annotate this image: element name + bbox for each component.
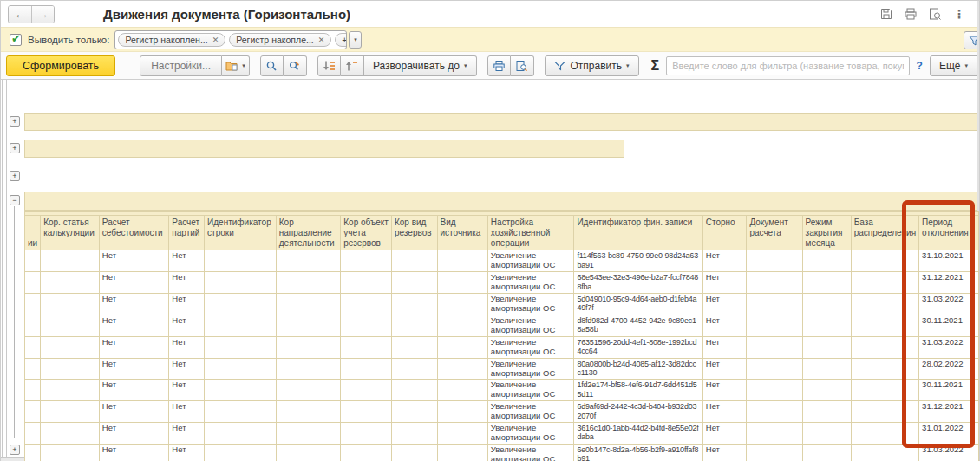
more-button[interactable]: Ещё ▾ bbox=[930, 55, 979, 76]
cell[interactable] bbox=[41, 336, 100, 358]
column-header[interactable]: Расчет себестоимости bbox=[99, 216, 168, 250]
cell[interactable] bbox=[851, 380, 918, 401]
column-header[interactable]: Кор объект учета резервов bbox=[341, 216, 392, 250]
cell[interactable] bbox=[341, 294, 392, 315]
cell[interactable] bbox=[205, 401, 277, 423]
cell[interactable] bbox=[391, 444, 437, 461]
chip-close-icon[interactable]: ✕ bbox=[212, 36, 219, 44]
cell[interactable] bbox=[391, 358, 437, 380]
register-chip-2[interactable]: Регистр накопле... ✕ bbox=[229, 33, 331, 47]
cell[interactable] bbox=[341, 444, 392, 461]
cell[interactable] bbox=[276, 294, 340, 315]
cell[interactable]: Нет bbox=[169, 272, 205, 294]
cell[interactable] bbox=[41, 401, 100, 423]
cell[interactable] bbox=[391, 294, 437, 315]
cell[interactable] bbox=[802, 358, 851, 380]
send-button[interactable]: Отправить ▾ bbox=[545, 55, 639, 76]
cell[interactable] bbox=[747, 272, 802, 294]
cell[interactable]: Увеличение амортизации ОС bbox=[487, 380, 574, 401]
cell[interactable] bbox=[437, 272, 487, 294]
cell[interactable] bbox=[341, 336, 392, 358]
column-header[interactable]: Идентификатор строки bbox=[205, 216, 277, 250]
save-button[interactable] bbox=[879, 6, 894, 22]
column-header[interactable]: Настройка хозяйственной операции bbox=[487, 216, 574, 250]
cell[interactable]: Нет bbox=[169, 250, 205, 272]
cell[interactable] bbox=[747, 250, 802, 272]
cell[interactable] bbox=[802, 272, 851, 294]
column-header[interactable]: Кор. статья калькуляции bbox=[41, 216, 100, 250]
settings-button[interactable]: Настройки... bbox=[140, 55, 222, 76]
column-header[interactable]: ии bbox=[25, 216, 41, 250]
cell[interactable] bbox=[205, 315, 277, 336]
help-button[interactable]: ? bbox=[917, 60, 923, 72]
cell[interactable] bbox=[341, 250, 392, 272]
cell[interactable]: Увеличение амортизации ОС bbox=[487, 423, 574, 445]
cell[interactable] bbox=[851, 358, 918, 380]
cell[interactable]: Нет bbox=[169, 294, 205, 315]
cell[interactable] bbox=[41, 423, 100, 445]
cell[interactable]: 68e543ee-32e3-496e-b2a7-fccf78488fba bbox=[574, 272, 702, 294]
cell[interactable] bbox=[437, 336, 487, 358]
cell[interactable] bbox=[851, 336, 918, 358]
cell[interactable] bbox=[851, 401, 918, 423]
column-header[interactable]: База распределения bbox=[851, 216, 918, 250]
expand-group-1-button[interactable]: + bbox=[10, 116, 20, 127]
cell[interactable] bbox=[25, 315, 41, 336]
column-header[interactable]: Сторно bbox=[702, 216, 747, 250]
cell[interactable] bbox=[25, 358, 41, 380]
cell[interactable]: Увеличение амортизации ОС bbox=[487, 336, 574, 358]
column-header[interactable]: Идентификатор фин. записи bbox=[574, 216, 702, 250]
expand-group-3-button[interactable]: + bbox=[10, 171, 20, 181]
column-header[interactable]: Период отклонения bbox=[919, 216, 979, 250]
cell[interactable]: Нет bbox=[702, 294, 747, 315]
cell[interactable] bbox=[802, 423, 851, 445]
cell[interactable]: Нет bbox=[169, 315, 205, 336]
forward-button[interactable]: → bbox=[31, 6, 54, 23]
expand-group-5-button[interactable]: + bbox=[10, 445, 20, 455]
cell[interactable] bbox=[851, 272, 918, 294]
cell[interactable]: 30.11.2021 bbox=[919, 380, 979, 401]
cell[interactable] bbox=[437, 401, 487, 423]
cell[interactable]: Увеличение амортизации ОС bbox=[487, 358, 574, 380]
cell[interactable] bbox=[41, 358, 100, 380]
cell[interactable] bbox=[41, 294, 100, 315]
cell[interactable] bbox=[205, 250, 277, 272]
cell[interactable]: Нет bbox=[169, 444, 205, 461]
cell[interactable] bbox=[276, 272, 340, 294]
cell[interactable]: Нет bbox=[169, 380, 205, 401]
cell[interactable] bbox=[205, 380, 277, 401]
print-button[interactable] bbox=[903, 6, 918, 22]
cell[interactable] bbox=[437, 358, 487, 380]
cell[interactable]: 31.01.2022 bbox=[919, 423, 979, 445]
cell[interactable] bbox=[341, 401, 392, 423]
chip-close-icon[interactable]: ✕ bbox=[318, 36, 325, 44]
cell[interactable]: Нет bbox=[702, 423, 747, 445]
more-menu-button[interactable]: ⋮ bbox=[951, 6, 967, 22]
cell[interactable]: 31.10.2021 bbox=[919, 250, 979, 272]
cell[interactable]: 30.11.2021 bbox=[919, 315, 979, 336]
cell[interactable] bbox=[802, 294, 851, 315]
cell[interactable] bbox=[276, 444, 340, 461]
cell[interactable]: Нет bbox=[99, 336, 168, 358]
cell[interactable] bbox=[205, 444, 277, 461]
cell[interactable]: Нет bbox=[99, 401, 168, 423]
cell[interactable] bbox=[205, 272, 277, 294]
back-button[interactable]: ← bbox=[9, 6, 31, 23]
cell[interactable]: Увеличение амортизации ОС bbox=[487, 401, 574, 423]
expand-all-button[interactable] bbox=[317, 55, 341, 76]
cell[interactable] bbox=[205, 358, 277, 380]
register-chip-more[interactable]: +19 ∨ bbox=[335, 33, 347, 47]
cell[interactable]: Нет bbox=[99, 294, 168, 315]
cell[interactable] bbox=[851, 423, 918, 445]
show-only-checkbox[interactable]: ✔ bbox=[10, 34, 22, 46]
cell[interactable] bbox=[25, 250, 41, 272]
cell[interactable] bbox=[437, 380, 487, 401]
cell[interactable] bbox=[41, 315, 100, 336]
cell[interactable]: Нет bbox=[169, 423, 205, 445]
cell[interactable] bbox=[391, 380, 437, 401]
cell[interactable] bbox=[851, 250, 918, 272]
cell[interactable]: 31.12.2021 bbox=[919, 401, 979, 423]
column-header[interactable]: Вид источника bbox=[437, 216, 487, 250]
collapse-all-button[interactable] bbox=[341, 55, 364, 76]
cell[interactable] bbox=[802, 444, 851, 461]
